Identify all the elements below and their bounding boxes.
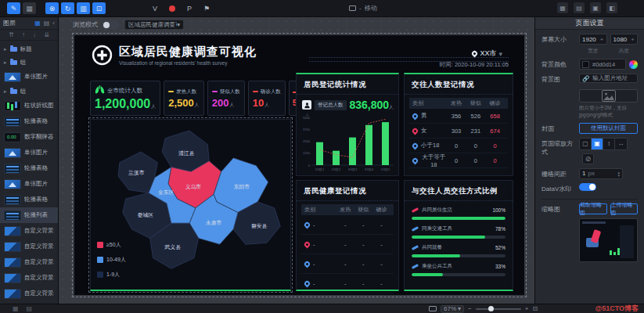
edit-icon[interactable]: ✎ — [7, 2, 20, 14]
zoom-slider[interactable] — [476, 308, 521, 310]
contact-table-panel[interactable]: 交往人数登记情况 类别发热疑似确诊男356526658女303231674小于1… — [404, 73, 513, 176]
layer-item[interactable]: 轮播表格 — [0, 160, 58, 176]
fit-canvas-icon[interactable]: ⊡ — [532, 305, 538, 312]
layer-item[interactable]: 自定义背景块 — [0, 239, 58, 254]
layer-item[interactable]: 自定义背景块 — [0, 254, 58, 270]
layer-item[interactable]: 轮播表格 — [0, 192, 58, 207]
category-cell: - — [304, 241, 336, 248]
chart-icon[interactable]: ▥ — [77, 2, 90, 14]
panel-title: 居民健康登记情况 — [297, 181, 398, 201]
thumbnail-view-icon[interactable]: ▦ — [34, 20, 41, 27]
pin-icon — [304, 279, 311, 287]
column-header: 确诊 — [372, 206, 390, 214]
layer-item[interactable]: 自定义背景块 — [0, 270, 58, 286]
dashboard-title: 区域居民健康调查可视化 — [119, 45, 257, 59]
tab-list-icon[interactable]: ▤ — [574, 2, 585, 13]
component-icon[interactable]: ⊗ — [45, 2, 59, 14]
layer-item[interactable]: 数字翻牌器 — [0, 129, 58, 145]
dashboard-screen[interactable]: 区域居民健康调查可视化 Visualization of regional re… — [74, 35, 524, 295]
browse-mode-toggle[interactable] — [103, 21, 120, 29]
upload-thumbnail-button[interactable]: 上传缩略图 — [610, 203, 639, 214]
collapse-panel-icon[interactable]: ‹ — [52, 20, 55, 27]
zoom-in-icon[interactable]: + — [525, 305, 529, 312]
version-icon[interactable]: V — [149, 2, 161, 15]
screen-width-input[interactable]: 1920+ — [579, 34, 607, 45]
scale-fit-icon[interactable]: ▢ — [580, 139, 592, 149]
method-label: 乘坐公共工具 — [422, 263, 452, 270]
scale-none-icon[interactable]: ⊘ — [582, 153, 594, 164]
layer-item[interactable]: 自定义背景块 — [0, 286, 58, 301]
layer-item[interactable]: 轮播列表 — [0, 207, 58, 223]
layer-item[interactable]: ▸组 — [0, 85, 58, 98]
editor-canvas[interactable]: 浏览模式 区域居民健康调查可视化 ▾ 区域居民健康调查可视化 Visualiza… — [59, 17, 534, 304]
color-wheel-icon[interactable] — [629, 60, 638, 69]
layer-item[interactable]: 柱状折线图 — [0, 98, 58, 113]
screen-fit-icon[interactable] — [429, 306, 437, 311]
registration-panel[interactable]: 居民登记统计情况 登记总人数 836,800人 0125025003750500… — [296, 73, 399, 176]
save-icon[interactable]: ⊡ — [92, 2, 106, 14]
move-top-icon[interactable]: ⇈ — [9, 31, 14, 38]
bookmark-icon[interactable]: ⚑ — [200, 2, 213, 15]
table-row[interactable]: ---- — [301, 254, 394, 274]
move-up-icon[interactable]: ↑ — [22, 31, 25, 38]
grid-icon[interactable]: ▦ — [23, 2, 36, 14]
preview-icon[interactable]: P — [183, 2, 196, 15]
move-down-icon[interactable]: ↓ — [33, 31, 36, 38]
scale-fullscreen-icon[interactable]: ▣ — [592, 139, 603, 149]
table-row[interactable]: 男356526658 — [409, 109, 508, 124]
tab-info-icon[interactable]: ◧ — [606, 2, 617, 13]
table-row[interactable]: ---- — [301, 235, 394, 254]
column-header: 发热 — [336, 206, 354, 214]
table-row[interactable]: 女303231674 — [409, 124, 508, 139]
value-cell: - — [336, 241, 354, 248]
grid-gap-input[interactable]: 1 px ▴▾ — [579, 168, 623, 179]
block-thumbnail-icon — [4, 273, 21, 283]
layer-item[interactable]: 单张图片 — [0, 176, 58, 192]
column-header: 疑似 — [354, 206, 372, 214]
layer-item[interactable]: 自定义背景块 — [0, 223, 58, 239]
bg-image-url-input[interactable]: 🔗 输入图片地址 — [579, 74, 638, 83]
grid-gap-label: 栅格间距 — [541, 168, 576, 178]
history-icon[interactable]: ↻ — [61, 2, 74, 14]
stepper-icon[interactable]: + — [600, 36, 604, 43]
record-icon[interactable] — [166, 2, 178, 15]
dashboard-subtitle: Visualization of regional residents' hea… — [119, 60, 257, 66]
list-view-icon[interactable]: ▤ — [44, 20, 50, 27]
stepper-icon[interactable]: ▴▾ — [617, 171, 620, 177]
table-row[interactable]: 小于18000 — [409, 139, 508, 153]
screen-height-input[interactable]: 1080+ — [610, 34, 639, 45]
move-bottom-icon[interactable]: ⇊ — [44, 31, 49, 38]
value-cell: 303 — [447, 128, 466, 135]
health-table-panel[interactable]: 居民健康登记情况 类别发热疑似确诊---------------- — [296, 180, 399, 291]
scale-horizontal-icon[interactable]: ↔ — [615, 139, 627, 149]
tab-chart-icon[interactable]: ▣ — [590, 2, 601, 13]
layer-item[interactable]: 轮播表格 — [0, 113, 58, 129]
grid-toggle-icon[interactable]: ▦ — [13, 305, 19, 312]
map-panel[interactable]: 浦江县 义乌市 东阳市 磐安县 永康市 武义县 婺城区 金东区 兰溪市 ≥50人… — [90, 119, 291, 291]
tab-grid-icon[interactable]: ▦ — [557, 2, 568, 13]
layer-item[interactable]: 单张图片 — [0, 145, 58, 160]
zoom-level-select[interactable]: 67%▾ — [441, 305, 464, 313]
table-row[interactable]: ---- — [301, 215, 394, 235]
table-row[interactable]: ---- — [301, 274, 394, 293]
watermark-toggle[interactable] — [579, 183, 596, 191]
location-selector[interactable]: XX市 ▾ — [472, 49, 502, 59]
layer-item[interactable]: 单张图片 — [0, 69, 58, 85]
screen-select[interactable]: 区域居民健康调查可视化 ▾ — [124, 20, 184, 30]
stepper-icon[interactable]: + — [631, 36, 635, 43]
contact-methods-panel[interactable]: 与交往人员交往方式比例 共同居住生活100%同乘交通工具78%共同就餐52%乘坐… — [404, 180, 513, 291]
image-dropzone[interactable] — [579, 89, 638, 103]
default-cover-button[interactable]: 使用默认封面 — [579, 123, 638, 134]
stat-label-row: 疑似人数 — [212, 88, 240, 95]
scale-vertical-icon[interactable]: ↕ — [603, 139, 615, 149]
method-row: 同乘交通工具78% — [412, 225, 505, 239]
zoom-out-icon[interactable]: − — [468, 305, 472, 312]
pencil-icon — [412, 207, 419, 213]
layer-item[interactable]: ▸组 — [0, 56, 58, 69]
panel-toggle-icon[interactable]: ▤ — [27, 305, 33, 312]
capture-thumbnail-button[interactable]: 截取缩略图 — [579, 203, 607, 214]
layer-item[interactable]: ▸标题 — [0, 42, 58, 56]
bg-color-input[interactable]: #0d0d14 — [579, 59, 626, 70]
stat-value: 10人 — [253, 97, 281, 109]
table-row[interactable]: 大于等于18000 — [409, 153, 508, 168]
